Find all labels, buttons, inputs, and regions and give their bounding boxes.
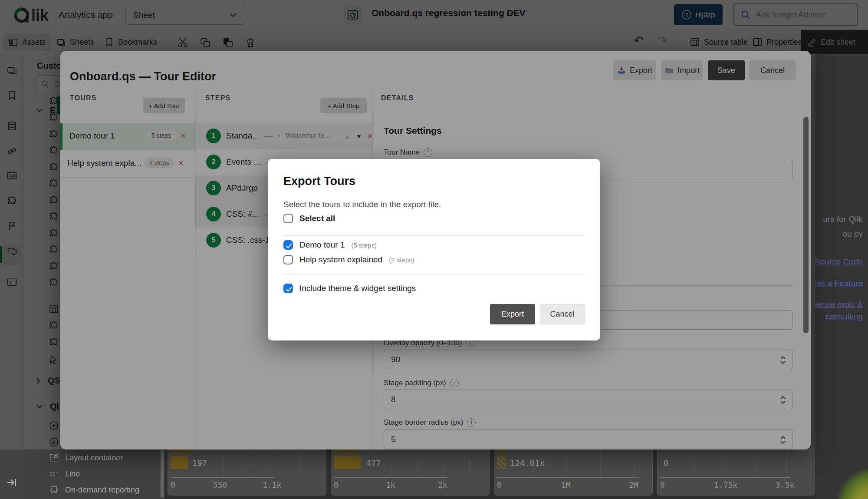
include-settings-label: Include theme & widget settings [299,284,416,293]
help-tour-checkbox[interactable] [283,255,293,264]
tour-option-label: Help system explained [299,255,382,264]
list-item-on-demand-reporting[interactable]: On-demand reporting [49,485,139,495]
tick-label: 1M [561,480,571,489]
request-feature-link[interactable]: uest a Feature [815,279,863,288]
tick-label: 2k [438,480,447,489]
bar-value-label: 0 [664,458,668,468]
select-all-checkbox[interactable] [283,214,293,223]
tour-checkbox-row-help[interactable]: Help system explained (2 steps) [283,255,414,264]
dialog-title: Export Tours [283,175,355,188]
tick-label: 550 [213,480,227,489]
kpi-chart-1[interactable]: 197 0 550 1.1k [168,449,326,496]
tick-label: 2M [629,480,638,489]
include-settings-checkbox[interactable] [283,284,293,293]
rail-bottom [0,449,24,499]
include-settings-row[interactable]: Include theme & widget settings [283,284,416,293]
tick-label: 0 [497,480,502,489]
bar [334,456,361,469]
tick-label: 1k [386,480,395,489]
tick-label: 0 [171,480,175,489]
line-icon [49,469,59,479]
bar-segment [497,450,506,453]
select-all-row[interactable]: Select all [283,214,335,223]
bar-segment [171,450,191,453]
x-axis [660,477,790,478]
dialog-cancel-button[interactable]: Cancel [540,304,585,324]
layout-container-icon [49,453,59,463]
demo-tour-checkbox[interactable] [283,240,293,250]
background-text: urs for Qlik [823,215,863,224]
tick-label: 1.75k [714,480,737,489]
list-item-line[interactable]: Line [49,469,80,479]
source-code-link[interactable]: & Source Code [815,257,863,267]
background-links-panel: urs for Qlik ou by & Source Code uest a … [815,54,868,499]
bar-value-label: 197 [192,458,207,468]
list-item-label: Layout container [65,453,123,463]
tour-option-label: Demo tour 1 [299,240,345,250]
puzzle-icon [49,485,59,495]
consulting-link-2[interactable]: consulting [825,312,863,321]
list-item-label: Line [65,469,80,479]
x-axis [171,477,275,478]
background-text: ou by [843,229,863,239]
dialog-export-button[interactable]: Export [490,304,535,324]
list-item-layout-container[interactable]: Layout container [49,453,123,463]
x-axis [497,477,638,478]
screen: lik Analytics app Sheet Onboard.qs regre… [0,0,868,499]
export-tours-dialog: Export Tours Select the tours to include… [268,159,600,340]
bar [171,456,188,469]
tour-option-count: (2 steps) [389,256,414,264]
kpi-chart-3[interactable]: 124.01k 0 1M 2M [494,449,653,496]
panel-bottom-items: Layout container Line On-demand reportin… [24,449,165,499]
consulting-link[interactable]: Sense tools & [815,300,863,309]
x-axis [334,477,447,478]
tick-label: 0 [334,480,339,489]
tour-checkbox-row-demo[interactable]: Demo tour 1 (5 steps) [283,240,377,250]
dialog-description: Select the tours to include in the expor… [283,200,441,209]
kpi-chart-4[interactable]: 0 0 1.75k 3.5k [657,449,815,496]
tour-option-count: (5 steps) [352,241,377,249]
bar-value-label: 477 [366,458,381,468]
charts-strip: 197 0 550 1.1k 477 0 1k 2k 124.01k 0 1M … [165,449,815,499]
tick-label: 0 [660,480,665,489]
select-all-label: Select all [299,214,335,223]
tick-label: 3.5k [776,480,794,489]
bar-segment [334,450,358,453]
bar [497,456,506,469]
bar-value-label: 124.01k [510,458,545,468]
panel-scrollbar[interactable] [161,450,164,498]
tick-label: 1.1k [263,480,281,489]
kpi-chart-2[interactable]: 477 0 1k 2k [331,449,490,496]
collapse-panel-icon[interactable] [6,477,17,488]
list-item-label: On-demand reporting [65,486,139,495]
